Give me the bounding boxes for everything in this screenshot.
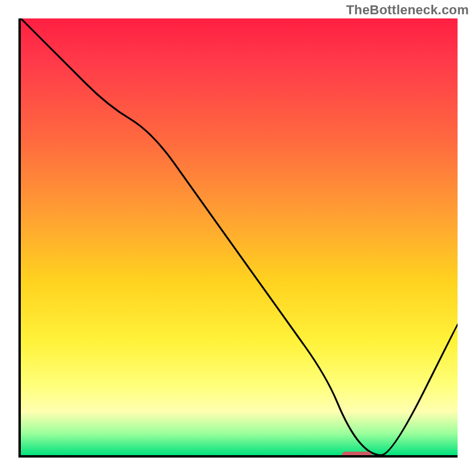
bottleneck-curve	[21, 18, 458, 455]
optimal-range-marker	[342, 452, 372, 458]
plot-area	[18, 18, 458, 458]
attribution-label: TheBottleneck.com	[346, 2, 469, 18]
chart-container: TheBottleneck.com	[0, 0, 476, 476]
curve-path	[21, 18, 458, 455]
